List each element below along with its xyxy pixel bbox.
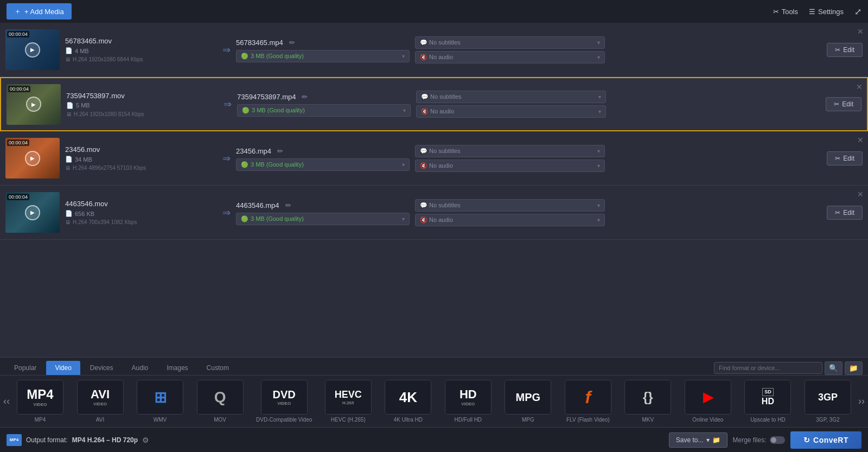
audio-select-4[interactable]: 🔇 No audio ▾ — [415, 214, 605, 226]
edit-button-1[interactable]: ✂ Edit — [827, 43, 863, 57]
scissors-icon-2: ✂ — [834, 100, 839, 108]
close-button-2[interactable]: ✕ — [856, 82, 863, 91]
format-tab-custom[interactable]: Custom — [198, 361, 238, 375]
play-button-4[interactable]: ▶ — [25, 205, 40, 220]
file-info-2: 73594753897.mov 📄5 MB 🖥H.264 1920x1080 8… — [66, 92, 218, 117]
output-section-1: 56783465.mp4 ✏ 🟢3 MB (Good quality) ▾ — [236, 37, 410, 62]
merge-files: Merge files: — [733, 436, 785, 444]
format-folder-button[interactable]: 📁 — [845, 361, 863, 375]
output-name-row-1: 56783465.mp4 ✏ — [236, 37, 410, 48]
file-icon: 📄 — [65, 156, 73, 163]
play-button-2[interactable]: ▶ — [26, 97, 41, 112]
quality-select-1[interactable]: 🟢3 MB (Good quality) ▾ — [236, 50, 410, 62]
codec-icon: 🖥 — [66, 111, 72, 117]
file-size-2: 📄5 MB — [66, 102, 218, 109]
close-button-3[interactable]: ✕ — [857, 136, 864, 144]
format-icon-3gp: 3GP — [805, 380, 851, 415]
expand-button[interactable]: ⤢ — [854, 7, 861, 17]
format-tab-audio[interactable]: Audio — [123, 361, 157, 375]
quality-select-4[interactable]: 🟢3 MB (Good quality) ▾ — [236, 213, 410, 225]
thumbnail-time-2: 00:00:04 — [8, 86, 30, 92]
close-button-4[interactable]: ✕ — [857, 190, 864, 199]
save-to-label: Save to... — [676, 436, 704, 444]
audio-select-3[interactable]: 🔇 No audio ▾ — [415, 160, 605, 172]
format-item-mp4[interactable]: MP4VIDEO MP4 — [16, 380, 64, 423]
edit-button-3[interactable]: ✂ Edit — [827, 151, 863, 165]
format-item-hevc[interactable]: HEVCH.265 HEVC (H.265) — [324, 380, 372, 423]
format-tab-video[interactable]: Video — [46, 361, 80, 375]
format-tab-popular[interactable]: Popular — [5, 361, 45, 375]
format-panel: PopularVideoDevicesAudioImagesCustom 🔍 📁… — [0, 357, 868, 427]
subtitle-icon: 💬 — [420, 39, 427, 46]
scissors-icon-1: ✂ — [835, 46, 840, 54]
format-item-mkv[interactable]: {} MKV — [624, 380, 672, 423]
chevron-icon-3: ▾ — [402, 162, 405, 168]
format-item-4k[interactable]: 4K 4K Ultra HD — [384, 380, 432, 423]
format-label-3gp: 3GP, 3G2 — [816, 417, 839, 423]
thumbnail-time-1: 00:00:04 — [7, 31, 29, 37]
plus-icon: ＋ — [14, 7, 21, 16]
subtitle-select-3[interactable]: 💬 No subtitles ▾ — [415, 145, 605, 157]
add-media-button[interactable]: ＋ + Add Media — [7, 3, 72, 20]
file-size-1: 📄4 MB — [65, 47, 217, 54]
format-item-avi[interactable]: AVIVIDEO AVI — [76, 380, 124, 423]
media-list: 00:00:04 ▶ 56783465.mov 📄4 MB 🖥H.264 192… — [0, 23, 868, 357]
edit-button-4[interactable]: ✂ Edit — [827, 206, 863, 220]
format-prev-button[interactable]: ‹‹ — [0, 396, 13, 407]
convert-label: ConveRT — [813, 436, 848, 444]
tools-label: Tools — [782, 8, 798, 16]
play-button-1[interactable]: ▶ — [25, 42, 40, 58]
audio-select-1[interactable]: 🔇 No audio ▾ — [415, 51, 605, 63]
output-name-2: 73594753897.mp4 — [237, 93, 296, 101]
format-search-input[interactable] — [714, 362, 822, 374]
format-item-3gp[interactable]: 3GP 3GP, 3G2 — [804, 380, 852, 423]
format-search-button[interactable]: 🔍 — [825, 361, 843, 375]
subtitle-chevron-4: ▾ — [597, 202, 600, 208]
merge-files-toggle[interactable] — [770, 436, 785, 444]
format-items: MP4VIDEO MP4 AVIVIDEO AVI ⊞ WMV Q MOV DV… — [14, 380, 854, 423]
subtitle-chevron-1: ▾ — [597, 40, 600, 46]
output-name-row-4: 4463546.mp4 ✏ — [236, 200, 410, 211]
save-to-button[interactable]: Save to... ▾ 📁 — [669, 432, 727, 448]
format-tab-images[interactable]: Images — [158, 361, 196, 375]
format-label-mpg: MPG — [522, 417, 534, 423]
play-button-3[interactable]: ▶ — [25, 151, 40, 166]
format-item-mpg[interactable]: MPG MPG — [504, 380, 552, 423]
format-item-mov[interactable]: Q MOV — [196, 380, 244, 423]
tools-button[interactable]: ✂ Tools — [773, 8, 798, 16]
format-item-hd[interactable]: HDVIDEO HD/Full HD — [444, 380, 492, 423]
format-next-button[interactable]: ›› — [855, 396, 868, 407]
rename-button-2[interactable]: ✏ — [299, 92, 310, 102]
format-tab-devices[interactable]: Devices — [81, 361, 122, 375]
subtitle-select-1[interactable]: 💬 No subtitles ▾ — [415, 36, 605, 49]
quality-select-3[interactable]: 🟢3 MB (Good quality) ▾ — [236, 158, 410, 171]
top-bar-right: ✂ Tools ☰ Settings ⤢ — [773, 7, 861, 17]
output-section-3: 23456.mp4 ✏ 🟢3 MB (Good quality) ▾ — [236, 146, 410, 171]
rename-button-4[interactable]: ✏ — [283, 200, 294, 211]
rename-button-3[interactable]: ✏ — [275, 146, 286, 156]
subtitle-select-4[interactable]: 💬 No subtitles ▾ — [415, 199, 605, 212]
format-label-hd: HD/Full HD — [455, 417, 482, 423]
audio-select-2[interactable]: 🔇 No audio ▾ — [416, 105, 606, 118]
thumbnail-time-4: 00:00:04 — [7, 194, 29, 200]
audio-icon: 🔇 — [420, 162, 427, 169]
format-item-uphd[interactable]: SDHD Upscale to HD — [744, 380, 792, 423]
format-item-dvd[interactable]: DVDVIDEO DVD-Compatible Video — [256, 380, 312, 423]
scissors-icon-4: ✂ — [835, 209, 840, 217]
close-button-1[interactable]: ✕ — [857, 27, 864, 36]
format-item-flv[interactable]: f FLV (Flash Video) — [564, 380, 612, 423]
rename-button-1[interactable]: ✏ — [286, 37, 298, 48]
format-settings-button[interactable]: ⚙ — [142, 436, 149, 444]
settings-button[interactable]: ☰ Settings — [809, 8, 844, 16]
file-name-3: 23456.mov — [65, 145, 217, 154]
format-label-mp4: MP4 — [35, 417, 46, 423]
convert-button[interactable]: ↻ ConveRT — [790, 431, 861, 449]
quality-select-2[interactable]: 🟢3 MB (Good quality) ▾ — [237, 104, 411, 117]
output-format-icon: MP4 — [7, 434, 22, 446]
edit-button-2[interactable]: ✂ Edit — [826, 97, 861, 111]
format-item-online[interactable]: ▶ Online Video — [684, 380, 732, 423]
audio-chevron-2: ▾ — [598, 109, 601, 114]
subtitle-select-2[interactable]: 💬 No subtitles ▾ — [416, 91, 606, 103]
convert-icon: ↻ — [803, 436, 810, 444]
format-item-wmv[interactable]: ⊞ WMV — [136, 380, 184, 423]
